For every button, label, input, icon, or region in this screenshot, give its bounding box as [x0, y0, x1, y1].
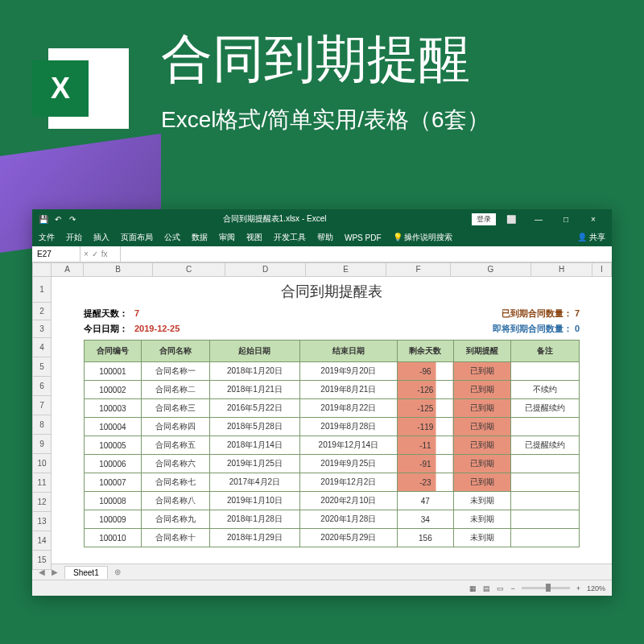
- cell-name[interactable]: 合同名称十: [141, 529, 209, 547]
- row-header[interactable]: 2: [32, 303, 52, 320]
- cell-id[interactable]: 100010: [85, 529, 142, 547]
- cell-end[interactable]: 2019年8月21日: [300, 381, 397, 399]
- zoom-level[interactable]: 120%: [587, 584, 605, 592]
- view-normal-icon[interactable]: ▦: [469, 584, 477, 592]
- cancel-icon[interactable]: ×: [84, 250, 89, 258]
- cell-days[interactable]: 34: [397, 510, 454, 529]
- cell-note[interactable]: [510, 492, 579, 510]
- cell-status[interactable]: 已到期: [454, 436, 511, 455]
- row-header[interactable]: 15: [32, 551, 52, 570]
- cell-id[interactable]: 100004: [85, 418, 142, 436]
- col-header[interactable]: E: [306, 262, 386, 277]
- cell-name[interactable]: 合同名称八: [141, 492, 209, 510]
- cell-name[interactable]: 合同名称九: [141, 510, 209, 529]
- table-row[interactable]: 100001合同名称一2018年1月20日2019年9月20日-96已到期: [85, 362, 580, 381]
- cell-start[interactable]: 2016年5月22日: [209, 399, 299, 418]
- col-header[interactable]: D: [225, 262, 306, 277]
- cell-status[interactable]: 已到期: [454, 473, 511, 492]
- col-header[interactable]: C: [153, 262, 225, 277]
- cell-note[interactable]: [510, 510, 579, 529]
- row-header[interactable]: 11: [32, 473, 52, 493]
- cell-status[interactable]: 未到期: [454, 492, 511, 510]
- tell-me[interactable]: 💡 操作说明搜索: [393, 232, 453, 243]
- select-all-corner[interactable]: [32, 262, 52, 277]
- cell-name[interactable]: 合同名称七: [141, 473, 209, 492]
- cell-days[interactable]: 47: [397, 492, 454, 510]
- cell-start[interactable]: 2019年1月25日: [209, 455, 299, 473]
- cell-id[interactable]: 100006: [85, 455, 142, 473]
- cell-days[interactable]: -119: [397, 418, 454, 436]
- view-pagebreak-icon[interactable]: ▭: [497, 584, 504, 592]
- cell-name[interactable]: 合同名称四: [141, 418, 209, 436]
- undo-icon[interactable]: ↶: [53, 214, 63, 224]
- cell-id[interactable]: 100005: [85, 436, 142, 455]
- redo-icon[interactable]: ↷: [68, 214, 77, 224]
- fx-icon[interactable]: fx: [101, 250, 108, 258]
- row-header[interactable]: 3: [32, 320, 52, 338]
- cell-status[interactable]: 已到期: [454, 381, 511, 399]
- view-layout-icon[interactable]: ▤: [483, 584, 490, 592]
- login-button[interactable]: 登录: [472, 213, 496, 225]
- zoom-in-icon[interactable]: +: [576, 584, 580, 592]
- cell-days[interactable]: 156: [397, 529, 454, 547]
- cell-start[interactable]: 2019年1月10日: [209, 492, 299, 510]
- cell-note[interactable]: 不续约: [510, 381, 579, 399]
- cell-id[interactable]: 100009: [85, 510, 142, 529]
- row-header[interactable]: 1: [32, 277, 52, 303]
- close-button[interactable]: ×: [581, 215, 605, 224]
- tab-insert[interactable]: 插入: [93, 232, 109, 243]
- row-header[interactable]: 5: [32, 357, 52, 377]
- cell-days[interactable]: -11: [397, 436, 454, 455]
- cell-id[interactable]: 100007: [85, 473, 142, 492]
- share-button[interactable]: 👤 共享: [577, 232, 605, 243]
- cell-start[interactable]: 2018年5月28日: [209, 418, 299, 436]
- tab-developer[interactable]: 开发工具: [274, 232, 306, 243]
- cell-days[interactable]: -126: [397, 381, 454, 399]
- cell-start[interactable]: 2018年1月14日: [209, 436, 299, 455]
- zoom-out-icon[interactable]: −: [510, 584, 514, 592]
- cell-name[interactable]: 合同名称一: [141, 362, 209, 381]
- sheet-tab-active[interactable]: Sheet1: [64, 566, 108, 579]
- enter-icon[interactable]: ✓: [92, 250, 98, 258]
- table-row[interactable]: 100006合同名称六2019年1月25日2019年9月25日-91已到期: [85, 455, 580, 473]
- cell-status[interactable]: 已到期: [454, 362, 511, 381]
- cell-status[interactable]: 未到期: [454, 529, 511, 547]
- col-header[interactable]: A: [52, 262, 84, 277]
- cell-days[interactable]: -23: [397, 473, 454, 492]
- cell-start[interactable]: 2018年1月29日: [209, 529, 299, 547]
- tab-nav-next-icon[interactable]: ▶: [52, 568, 58, 576]
- cell-end[interactable]: 2019年12月14日: [300, 436, 397, 455]
- cell-id[interactable]: 100001: [85, 362, 142, 381]
- cell-status[interactable]: 已到期: [454, 399, 511, 418]
- cell-end[interactable]: 2020年5月29日: [300, 529, 397, 547]
- table-row[interactable]: 100009合同名称九2018年1月28日2020年1月28日34未到期: [85, 510, 580, 529]
- cell-start[interactable]: 2018年1月21日: [209, 381, 299, 399]
- cell-end[interactable]: 2019年8月28日: [300, 418, 397, 436]
- tab-help[interactable]: 帮助: [317, 232, 333, 243]
- cell-end[interactable]: 2020年2月10日: [300, 492, 397, 510]
- cell-start[interactable]: 2017年4月2日: [209, 473, 299, 492]
- cell-note[interactable]: [510, 529, 579, 547]
- cell-end[interactable]: 2019年12月2日: [300, 473, 397, 492]
- zoom-slider[interactable]: [522, 587, 570, 589]
- row-header[interactable]: 10: [32, 454, 52, 473]
- cell-status[interactable]: 已到期: [454, 455, 511, 473]
- ribbon-options-icon[interactable]: ⬜: [499, 215, 523, 224]
- cell-note[interactable]: [510, 418, 579, 436]
- cell-days[interactable]: -125: [397, 399, 454, 418]
- cell-id[interactable]: 100008: [85, 492, 142, 510]
- cell-end[interactable]: 2020年1月28日: [300, 510, 397, 529]
- table-row[interactable]: 100007合同名称七2017年4月2日2019年12月2日-23已到期: [85, 473, 580, 492]
- cell-id[interactable]: 100003: [85, 399, 142, 418]
- cell-status[interactable]: 已到期: [454, 418, 511, 436]
- row-header[interactable]: 12: [32, 493, 52, 512]
- row-header[interactable]: 14: [32, 531, 52, 551]
- table-row[interactable]: 100003合同名称三2016年5月22日2019年8月22日-125已到期已提…: [85, 399, 580, 418]
- cell-id[interactable]: 100002: [85, 381, 142, 399]
- minimize-button[interactable]: —: [526, 215, 551, 224]
- cell-note[interactable]: [510, 473, 579, 492]
- cell-note[interactable]: 已提醒续约: [510, 436, 579, 455]
- tab-file[interactable]: 文件: [39, 232, 55, 243]
- row-header[interactable]: 13: [32, 512, 52, 531]
- cell-end[interactable]: 2019年9月20日: [300, 362, 397, 381]
